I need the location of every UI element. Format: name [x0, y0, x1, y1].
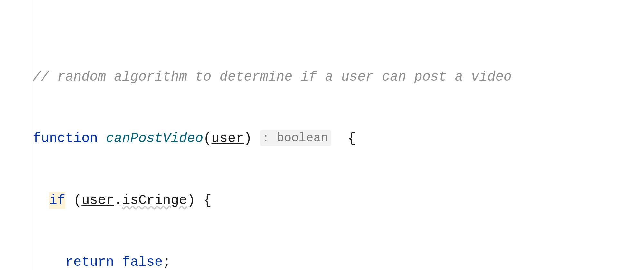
type-hint-badge: : boolean [260, 130, 331, 146]
close-paren: ) [244, 131, 252, 146]
identifier-user: user [81, 193, 114, 208]
open-paren: ( [203, 131, 211, 146]
open-brace: { [203, 193, 211, 208]
code-editor[interactable]: // random algorithm to determine if a us… [0, 0, 644, 270]
parameter-user: user [212, 131, 244, 146]
keyword-if: if [49, 192, 65, 209]
code-line-3[interactable]: if (user.isCringe) { [33, 190, 644, 211]
property-iscringe: isCringe [122, 193, 187, 208]
code-line-4[interactable]: return false; [33, 252, 644, 270]
code-area[interactable]: // random algorithm to determine if a us… [32, 0, 644, 270]
keyword-return: return [65, 255, 114, 270]
literal-false: false [122, 255, 163, 270]
open-paren: ( [73, 193, 81, 208]
open-brace: { [347, 131, 355, 146]
function-name: canPostVideo [106, 131, 203, 146]
code-line-2[interactable]: function canPostVideo(user) : boolean { [33, 129, 644, 149]
editor-gutter [0, 0, 32, 270]
dot-operator: . [114, 193, 122, 208]
keyword-function: function [33, 131, 98, 146]
semicolon: ; [163, 255, 171, 270]
code-line-1[interactable]: // random algorithm to determine if a us… [33, 67, 644, 88]
close-paren: ) [187, 193, 195, 208]
comment-text: // random algorithm to determine if a us… [33, 69, 512, 85]
